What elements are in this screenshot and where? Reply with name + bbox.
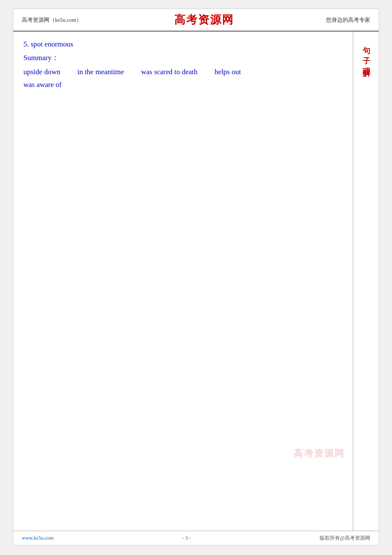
- phrase-in-the-meantime: in the meantime: [77, 68, 124, 76]
- line-phrases: upside down in the meantime was scared t…: [23, 68, 343, 76]
- line-summary: Summary：: [23, 53, 343, 63]
- header-right: 您身边的高考专家: [326, 16, 370, 24]
- phrase-was-scared-to-death: was scared to death: [141, 68, 198, 76]
- sidebar: 句 子 理解: [353, 32, 379, 531]
- sidebar-label-1: 句 子: [360, 40, 371, 53]
- header: 高考资源网（ks5u.com） 高考资源网 您身边的高考专家: [13, 9, 379, 32]
- line-item-1: 5. spot enormous: [23, 40, 343, 49]
- phrase-helps-out: helps out: [215, 68, 241, 76]
- header-center: 高考资源网: [174, 12, 234, 27]
- phrase-upside-down: upside down: [23, 68, 60, 76]
- content-area: 5. spot enormous Summary： upside down in…: [13, 32, 379, 531]
- footer: www.ks5u.com - 3 - 版权所有@高考资源网: [13, 531, 379, 545]
- footer-center: - 3 -: [182, 535, 191, 541]
- page: 高考资源网（ks5u.com） 高考资源网 您身边的高考专家 5. spot e…: [13, 9, 379, 546]
- line-phrases2: was aware of: [23, 81, 343, 89]
- footer-right: 版权所有@高考资源网: [320, 535, 370, 542]
- footer-left: www.ks5u.com: [22, 535, 54, 541]
- main-content: 5. spot enormous Summary： upside down in…: [13, 32, 353, 531]
- sidebar-label-2: 理解: [360, 61, 371, 65]
- header-left: 高考资源网（ks5u.com）: [22, 16, 82, 24]
